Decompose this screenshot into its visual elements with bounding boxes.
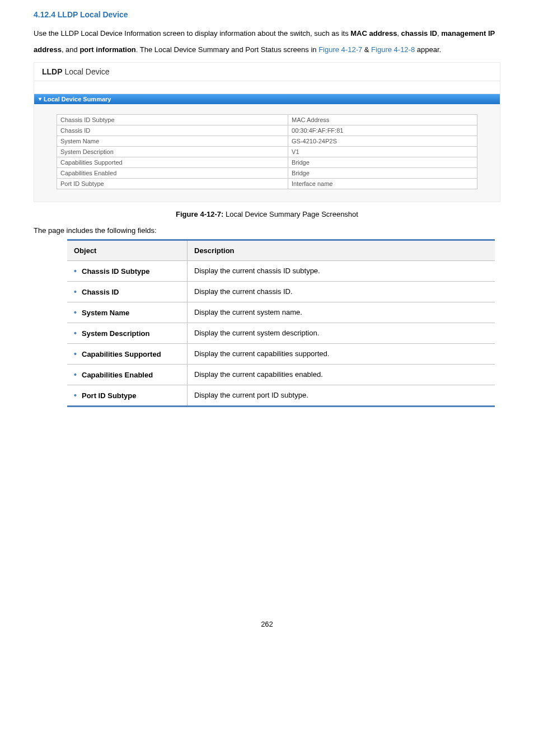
figure-link-1[interactable]: Figure 4-12-7: [318, 45, 362, 54]
field-object: System Description: [82, 329, 149, 338]
summary-key: Port ID Subtype: [57, 179, 288, 189]
field-object: Capabilities Enabled: [82, 371, 153, 379]
summary-key: System Description: [57, 147, 288, 157]
field-desc: Display the current port ID subtype.: [188, 385, 495, 407]
table-row: Capabilities SupportedBridge: [57, 157, 477, 168]
field-object: Port ID Subtype: [82, 391, 137, 400]
intro-post2: appear.: [415, 45, 441, 54]
summary-value: Bridge: [288, 157, 477, 168]
intro-pre: Use the LLDP Local Device Information sc…: [34, 29, 350, 38]
chevron-down-icon: ▾: [39, 96, 41, 102]
intro-c3: , and: [62, 45, 80, 54]
intro-paragraph: Use the LLDP Local Device Information sc…: [34, 26, 500, 58]
summary-section-header[interactable]: ▾ Local Device Summary: [34, 94, 500, 104]
intro-c1: ,: [397, 29, 401, 38]
field-object: Capabilities Supported: [82, 350, 161, 358]
fields-intro: The page includes the following fields:: [34, 226, 500, 235]
bullet-icon: •: [74, 370, 82, 379]
field-desc: Display the current capabilities enabled…: [188, 365, 495, 385]
field-desc: Display the current system name.: [188, 302, 495, 323]
summary-value: V1: [288, 147, 477, 157]
table-row: •Chassis ID Subtype Display the current …: [67, 261, 495, 282]
bullet-icon: •: [74, 287, 82, 296]
summary-value: Interface name: [288, 179, 477, 189]
figure-caption: Figure 4-12-7: Local Device Summary Page…: [34, 210, 500, 218]
table-row: Capabilities EnabledBridge: [57, 168, 477, 179]
fields-header-object: Object: [67, 240, 188, 261]
table-row: •System Description Display the current …: [67, 323, 495, 344]
section-heading: 4.12.4 LLDP Local Device: [34, 10, 500, 19]
panel-title-bold: LLDP: [42, 67, 63, 76]
summary-section-label: Local Device Summary: [44, 96, 111, 102]
summary-key: Capabilities Enabled: [57, 168, 288, 179]
summary-value: GS-4210-24P2S: [288, 136, 477, 147]
screenshot-panel: LLDP Local Device ▾ Local Device Summary…: [34, 62, 500, 202]
bullet-icon: •: [74, 308, 82, 317]
summary-value: 00:30:4F:AF:FF:81: [288, 125, 477, 136]
intro-post1: . The Local Device Summary and Port Stat…: [136, 45, 318, 54]
field-desc: Display the current capabilities support…: [188, 344, 495, 365]
table-row: System DescriptionV1: [57, 147, 477, 157]
figure-caption-rest: Local Device Summary Page Screenshot: [223, 210, 358, 218]
panel-title-bar: LLDP Local Device: [34, 63, 500, 81]
intro-bold-1: MAC address: [350, 29, 397, 38]
table-row: •System Name Display the current system …: [67, 302, 495, 323]
bullet-icon: •: [74, 329, 82, 338]
intro-bold-2: chassis ID: [401, 29, 437, 38]
table-row: •Chassis ID Display the current chassis …: [67, 282, 495, 302]
table-row: Chassis ID SubtypeMAC Address: [57, 115, 477, 125]
field-desc: Display the current system description.: [188, 323, 495, 344]
field-object: Chassis ID Subtype: [82, 267, 149, 276]
summary-table: Chassis ID SubtypeMAC Address Chassis ID…: [57, 114, 477, 189]
intro-bold-4: port information: [79, 45, 135, 54]
field-object: Chassis ID: [82, 288, 119, 296]
table-row: Port ID SubtypeInterface name: [57, 179, 477, 189]
table-row: •Port ID Subtype Display the current por…: [67, 385, 495, 407]
field-desc: Display the current chassis ID subtype.: [188, 261, 495, 282]
figure-caption-bold: Figure 4-12-7:: [176, 210, 223, 218]
bullet-icon: •: [74, 267, 82, 276]
field-desc: Display the current chassis ID.: [188, 282, 495, 302]
fields-table: Object Description •Chassis ID Subtype D…: [67, 239, 495, 407]
summary-value: Bridge: [288, 168, 477, 179]
table-row: •Capabilities Supported Display the curr…: [67, 344, 495, 365]
summary-key: System Name: [57, 136, 288, 147]
bullet-icon: •: [74, 349, 82, 358]
figure-link-2[interactable]: Figure 4-12-8: [371, 45, 415, 54]
bullet-icon: •: [74, 391, 82, 400]
table-row: System NameGS-4210-24P2S: [57, 136, 477, 147]
fields-header-desc: Description: [188, 240, 495, 261]
page-number: 262: [34, 620, 500, 628]
table-row: •Capabilities Enabled Display the curren…: [67, 365, 495, 385]
summary-key: Chassis ID Subtype: [57, 115, 288, 125]
table-row: Chassis ID00:30:4F:AF:FF:81: [57, 125, 477, 136]
panel-title-rest: Local Device: [63, 67, 110, 76]
field-object: System Name: [82, 309, 129, 317]
intro-amp: &: [362, 45, 371, 54]
summary-key: Chassis ID: [57, 125, 288, 136]
summary-key: Capabilities Supported: [57, 157, 288, 168]
panel-spacer: [34, 81, 500, 94]
summary-value: MAC Address: [288, 115, 477, 125]
